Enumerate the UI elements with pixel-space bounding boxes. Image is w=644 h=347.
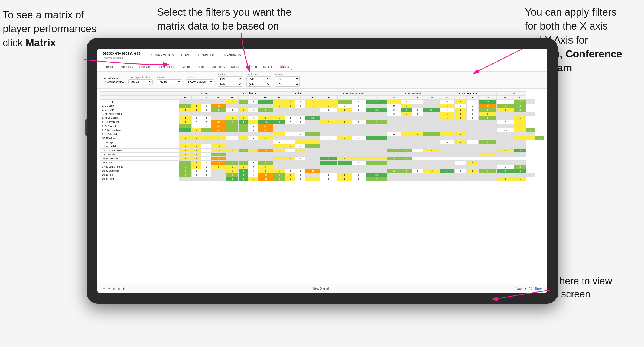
matrix-cell: -3 <box>211 149 226 153</box>
matrix-cell <box>423 116 440 120</box>
subnav-detail[interactable]: Detail <box>228 63 241 70</box>
matrix-cell: 0 <box>248 136 258 140</box>
matrix-cell: 0 <box>248 124 258 128</box>
subnav-h2h-heatmap[interactable]: H2H Heatmap <box>155 63 179 70</box>
matrix-cell: 2 <box>179 169 191 173</box>
matrix-cell <box>412 136 423 140</box>
region-select2[interactable]: N/A <box>218 82 242 87</box>
matrix-cell: 1 <box>478 169 496 173</box>
matrix-cell: 8 <box>366 161 387 165</box>
region-select[interactable]: N/A <box>218 76 242 81</box>
matrix-cell <box>478 177 496 181</box>
compact-view-radio[interactable] <box>103 81 106 83</box>
subnav-summary[interactable]: Summary <box>118 63 136 70</box>
matrix-cell: 1 <box>454 108 466 112</box>
matrix-cell: 1 <box>273 169 285 173</box>
matrix-cell: 1 <box>337 173 352 177</box>
subnav-teams[interactable]: Teams <box>103 63 117 70</box>
zoom-icon[interactable]: ⊕ <box>113 287 115 290</box>
redo-icon[interactable]: ↪ <box>108 287 110 290</box>
matrix-cell: 1 <box>496 177 514 181</box>
matrix-cell: 1 <box>295 149 305 153</box>
matrix-cell: 2 <box>179 165 191 169</box>
matrix-cell <box>248 140 258 144</box>
nav-tournaments[interactable]: TOURNAMENTS <box>149 53 174 57</box>
max-players-select[interactable]: Top 25 <box>128 79 153 84</box>
grid-icon[interactable]: ⊞ <box>118 287 120 290</box>
matrix-cell <box>238 157 248 161</box>
header-mthorb: 4. M Thorbjornsen <box>320 92 387 96</box>
matrix-cell: 0 <box>496 100 514 104</box>
nav-committee[interactable]: COMMITTEE <box>198 53 218 57</box>
matrix-cell: 0 <box>201 157 211 161</box>
matrix-cell <box>478 136 496 140</box>
matrix-cell: 0 <box>191 124 201 128</box>
matrix-cell <box>320 116 338 120</box>
division-select[interactable]: NCAA Division I <box>186 79 213 84</box>
matrix-cell: 1 <box>337 177 352 181</box>
matrix-cell <box>401 128 412 132</box>
subnav-h2h-grid2[interactable]: H2H Grid <box>242 63 260 70</box>
matrix-cell: 0 <box>320 108 338 112</box>
matrix-cell: 0 <box>285 149 295 153</box>
full-view-option[interactable]: Full View <box>103 77 124 80</box>
player-name-cell: 20. M Ford <box>100 177 179 181</box>
gender-select[interactable]: Men's <box>157 79 181 84</box>
matrix-cell <box>238 112 248 116</box>
gender-label: Gender <box>157 76 181 79</box>
conference-select2[interactable]: (All) <box>246 82 271 87</box>
subnav-h2h-grid[interactable]: H2H Grid <box>136 63 154 70</box>
player-name-cell: 8. P Summerhays <box>100 128 179 132</box>
table-row: 14. J Lundin11010-7 <box>100 153 544 157</box>
table-row: 10. B Valdes1110010-1001011111 <box>100 136 544 140</box>
matrix-cell: 1 <box>401 132 412 136</box>
matrix-cell <box>248 104 258 108</box>
matrix-cell <box>273 124 285 128</box>
nav-teams[interactable]: TEAMS <box>180 53 191 57</box>
matrix-cell <box>478 132 496 136</box>
matrix-cell: 2 <box>179 161 191 165</box>
subnav-matrix[interactable]: Matrix <box>180 63 193 70</box>
matrix-cell <box>466 165 478 169</box>
matrix-cell <box>440 165 454 169</box>
matrix-cell: 0 <box>285 140 295 144</box>
matrix-cell <box>526 173 535 177</box>
matrix-cell <box>337 112 352 116</box>
matrix-cell: 1 <box>401 104 412 108</box>
matrix-cell <box>387 161 401 165</box>
matrix-cell <box>387 177 401 181</box>
full-view-radio[interactable] <box>103 77 106 79</box>
full-view-label: Full View <box>107 77 118 80</box>
matrix-cell: 0 <box>387 132 401 136</box>
subnav-h2h-h[interactable]: H2H H... <box>260 63 277 70</box>
matrix-cell <box>454 165 466 169</box>
matrix-cell <box>401 165 412 169</box>
nav-rankings[interactable]: RANKINGS <box>224 53 241 57</box>
matrix-cell: 0 <box>352 136 366 140</box>
matrix-cell: -19 <box>258 149 273 153</box>
sh-d5: Dif <box>423 96 440 100</box>
share-button[interactable]: Share <box>534 287 542 290</box>
conference-select[interactable]: (All) <box>246 76 271 81</box>
subnav-players[interactable]: Players <box>194 63 209 70</box>
subnav-summary2[interactable]: Summary <box>210 63 228 70</box>
player-name-cell: 17. S De La Fuente <box>100 165 179 169</box>
watch-label[interactable]: Watch ▾ <box>517 287 526 290</box>
undo-icon[interactable]: ↩ <box>103 287 105 290</box>
sh-w3: W <box>273 96 285 100</box>
matrix-cell: 1 <box>179 157 191 161</box>
sh-w7: W <box>496 96 514 100</box>
players-select2[interactable]: (All) <box>275 82 300 87</box>
subnav-matrix-active[interactable]: Matrix <box>278 63 292 70</box>
matrix-cell: 0 <box>248 116 258 120</box>
players-select[interactable]: (All) <box>275 76 300 81</box>
fullscreen-icon[interactable]: ⛶ <box>529 287 532 290</box>
matrix-cell: 1 <box>320 100 338 104</box>
compact-view-option[interactable]: Compact View <box>103 81 124 83</box>
header-jkoivun: 3. J Koivun <box>273 92 320 96</box>
matrix-cell <box>496 112 514 116</box>
matrix-cell <box>440 136 454 140</box>
matrix-cell: -2 <box>305 100 320 104</box>
settings-icon[interactable]: ⚙ <box>122 287 125 290</box>
matrix-cell <box>211 100 226 104</box>
